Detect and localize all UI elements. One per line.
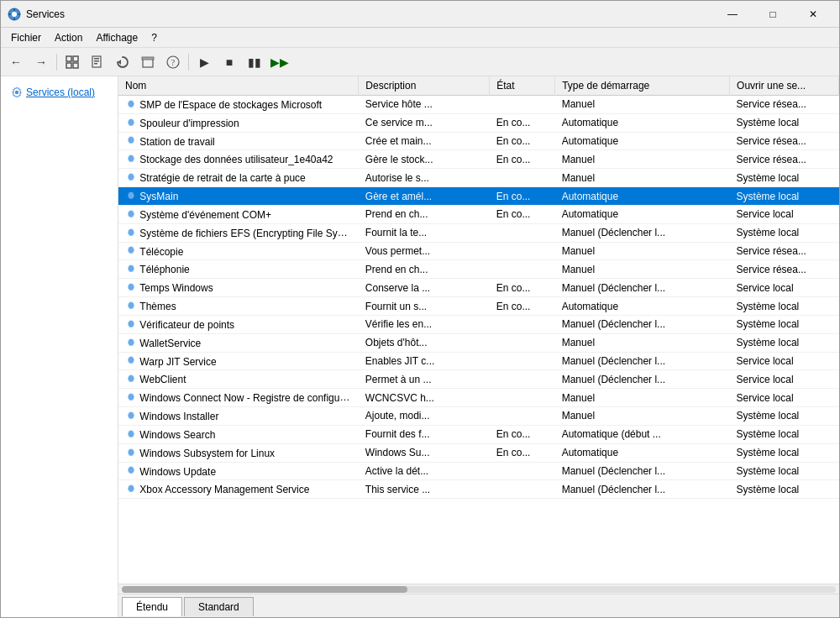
tab-standard[interactable]: Standard <box>184 597 254 616</box>
service-icon <box>125 392 137 404</box>
service-icon <box>125 301 137 312</box>
service-icon <box>125 228 137 239</box>
cell-type: Manuel (Déclencher l... <box>555 480 730 499</box>
cell-ouvrir: Service local <box>730 279 839 297</box>
table-row[interactable]: Stockage des données utilisateur_1e40a42… <box>118 150 839 169</box>
cell-nom: Système de fichiers EFS (Encrypting File… <box>118 223 359 242</box>
service-icon <box>125 191 137 202</box>
cell-etat <box>490 370 555 389</box>
cell-desc: Crée et main... <box>359 132 490 150</box>
cell-nom: SMP de l'Espace de stockages Microsoft <box>118 96 359 114</box>
service-icon <box>125 209 137 221</box>
bottom-tab-bar: Étendu Standard <box>118 594 839 617</box>
menu-affichage[interactable]: Affichage <box>89 30 144 45</box>
cell-nom: Xbox Accessory Management Service <box>118 480 359 499</box>
service-icon <box>125 172 137 184</box>
cell-ouvrir: Service résea... <box>730 132 839 150</box>
table-row[interactable]: Windows Search Fournit des f...En co...A… <box>118 425 839 443</box>
service-icon <box>125 484 137 495</box>
svg-rect-16 <box>142 57 154 60</box>
cell-type: Manuel (Déclencher l... <box>555 370 730 389</box>
cell-type: Manuel <box>555 169 730 187</box>
menu-help[interactable]: ? <box>144 30 164 45</box>
table-row[interactable]: Warp JIT Service Enables JIT c...Manuel … <box>118 352 839 370</box>
cell-desc: Windows Su... <box>359 443 490 462</box>
cell-desc: Vous permet... <box>359 242 490 260</box>
table-row[interactable]: Xbox Accessory Management Service This s… <box>118 480 839 499</box>
table-row[interactable]: Windows Subsystem for Linux Windows Su..… <box>118 443 839 462</box>
cell-desc: Vérifie les en... <box>359 315 490 333</box>
service-name: WalletService <box>139 338 201 349</box>
cell-nom: WebClient <box>118 370 359 389</box>
forward-button[interactable]: → <box>29 51 53 73</box>
sidebar-item-local[interactable]: Services (local) <box>4 83 114 102</box>
new-button[interactable] <box>86 51 109 73</box>
cell-etat: En co... <box>490 132 555 150</box>
table-row[interactable]: SMP de l'Espace de stockages Microsoft S… <box>118 96 839 114</box>
table-row[interactable]: Télécopie Vous permet...ManuelService ré… <box>118 242 839 260</box>
table-row[interactable]: Spouleur d'impression Ce service m...En … <box>118 113 839 132</box>
table-row[interactable]: WalletService Objets d'hôt...ManuelSystè… <box>118 333 839 352</box>
resume-button[interactable]: ▶▶ <box>268 51 291 73</box>
minimize-button[interactable]: — <box>713 2 752 27</box>
cell-desc: Permet à un ... <box>359 370 490 389</box>
tab-etendu[interactable]: Étendu <box>122 597 182 616</box>
cell-type: Manuel (Déclencher l... <box>555 352 730 370</box>
cell-nom: Système d'événement COM+ <box>118 205 359 223</box>
menu-fichier[interactable]: Fichier <box>4 30 48 45</box>
table-row[interactable]: Téléphonie Prend en ch...ManuelService r… <box>118 260 839 279</box>
scrollbar-thumb <box>122 586 407 593</box>
cell-type: Manuel (Déclencher l... <box>555 223 730 242</box>
play-button[interactable]: ▶ <box>192 51 216 73</box>
view-button[interactable] <box>60 51 84 73</box>
svg-rect-3 <box>13 18 15 20</box>
svg-rect-6 <box>66 56 71 61</box>
back-button[interactable]: ← <box>4 51 28 73</box>
table-row[interactable]: Windows Connect Now - Registre de config… <box>118 389 839 407</box>
table-row[interactable]: Thèmes Fournit un s...En co...Automatiqu… <box>118 297 839 316</box>
table-row[interactable]: WebClient Permet à un ...Manuel (Déclenc… <box>118 370 839 389</box>
cell-desc: Service hôte ... <box>359 96 490 114</box>
svg-rect-13 <box>94 63 97 65</box>
table-row[interactable]: Temps Windows Conserve la ...En co...Man… <box>118 279 839 297</box>
service-icon <box>125 135 137 147</box>
cell-nom: SysMain <box>118 187 359 206</box>
col-header-desc[interactable]: Description <box>359 76 490 96</box>
cell-nom: Station de travail <box>118 132 359 150</box>
service-name: Xbox Accessory Management Service <box>139 484 309 495</box>
cell-type: Manuel (Déclencher l... <box>555 462 730 480</box>
horizontal-scrollbar[interactable] <box>122 586 836 593</box>
service-name: Thèmes <box>139 301 176 312</box>
table-row[interactable]: SysMain Gère et amél...En co...Automatiq… <box>118 187 839 206</box>
table-row[interactable]: Windows Installer Ajoute, modi...ManuelS… <box>118 407 839 426</box>
service-name: Warp JIT Service <box>139 355 216 367</box>
table-row[interactable]: Système d'événement COM+ Prend en ch...E… <box>118 205 839 223</box>
help-button[interactable]: ? <box>161 51 185 73</box>
table-row[interactable]: Stratégie de retrait de la carte à puce … <box>118 169 839 187</box>
window-controls: — □ ✕ <box>713 2 832 27</box>
refresh-button[interactable] <box>111 51 134 73</box>
maximize-button[interactable]: □ <box>753 2 792 27</box>
pause-button[interactable]: ▮▮ <box>243 51 266 73</box>
cell-nom: Spouleur d'impression <box>118 113 359 132</box>
col-header-nom[interactable]: Nom <box>118 76 359 96</box>
service-name: WebClient <box>139 374 186 385</box>
col-header-ouvrir[interactable]: Ouvrir une se... <box>730 76 839 96</box>
services-table-container[interactable]: Nom Description État Type de démarrage O… <box>118 76 839 584</box>
cell-etat <box>490 315 555 333</box>
col-header-type[interactable]: Type de démarrage <box>555 76 730 96</box>
table-row[interactable]: Vérificateur de points Vérifie les en...… <box>118 315 839 333</box>
col-header-etat[interactable]: État <box>490 76 555 96</box>
table-row[interactable]: Station de travail Crée et main...En co.… <box>118 132 839 150</box>
service-name: Système de fichiers EFS (Encrypting File… <box>139 227 358 239</box>
menu-action[interactable]: Action <box>48 30 89 45</box>
stop-button[interactable]: ■ <box>218 51 241 73</box>
table-row[interactable]: Windows Update Active la dét...Manuel (D… <box>118 462 839 480</box>
export-button[interactable] <box>136 51 160 73</box>
cell-ouvrir: Système local <box>730 223 839 242</box>
cell-etat <box>490 169 555 187</box>
table-row[interactable]: Système de fichiers EFS (Encrypting File… <box>118 223 839 242</box>
close-button[interactable]: ✕ <box>794 2 832 27</box>
title-bar: Services — □ ✕ <box>1 1 839 28</box>
svg-rect-15 <box>143 59 153 67</box>
